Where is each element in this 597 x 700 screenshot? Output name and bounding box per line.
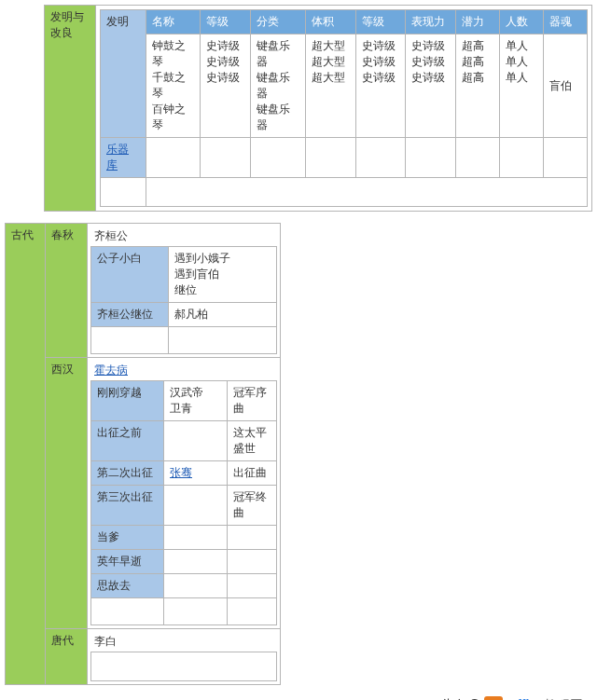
empty (251, 138, 306, 178)
huoqubing-link[interactable]: 霍去病 (94, 364, 128, 377)
xihan-table: 刚刚穿越 汉武帝 卫青 冠军序曲 出征之前 这太平盛世 第二次出征 张骞 出征曲… (90, 380, 277, 625)
jiwei-value: 郝凡柏 (169, 303, 277, 327)
r1-name: 钟鼓之琴 (152, 39, 186, 68)
r3-ex: 史诗级 (411, 71, 445, 84)
col-people: 人数 (500, 10, 544, 34)
xh-r4-c2 (164, 486, 228, 526)
xh-r5-c1: 当爹 (91, 526, 164, 550)
chunqiu-table: 公子小白 遇到小娥子 遇到盲伯 继位 齐桓公继位 郝凡柏 (90, 246, 277, 354)
r3-name: 百钟之琴 (152, 103, 186, 131)
chunqiu-title: 齐桓公 (90, 226, 277, 246)
cell-express: 史诗级 史诗级 史诗级 (406, 34, 456, 138)
col-potential: 潜力 (456, 10, 500, 34)
xh-r3-c1: 第二次出征 (91, 461, 164, 486)
r3-pe: 单人 (506, 71, 528, 84)
empty (201, 138, 251, 178)
r2-g2: 史诗级 (362, 55, 396, 68)
chunqiu-content: 齐桓公 公子小白 遇到小娥子 遇到盲伯 继位 齐桓公继位 郝凡柏 (88, 224, 281, 358)
r1-pot: 超高 (462, 39, 484, 52)
empty-invention-span (146, 178, 587, 207)
cell-cat: 键盘乐器 键盘乐器 键盘乐器 (251, 34, 306, 138)
gudai-label: 古代 (6, 224, 46, 685)
section-label-invention: 发明与改良 (45, 6, 96, 212)
empty-invention-row (101, 178, 146, 207)
xh-r6-c2 (164, 550, 228, 574)
xh-r5-c3 (228, 526, 277, 550)
empty (228, 598, 277, 625)
r3-cat: 键盘乐器 (257, 103, 290, 131)
empty (91, 327, 169, 354)
chunqiu-label: 春秋 (46, 224, 88, 358)
empty (91, 598, 164, 625)
col-soul: 器魂 (543, 10, 587, 34)
r1-vol: 超大型 (312, 39, 345, 52)
empty (91, 652, 277, 681)
empty (543, 138, 587, 178)
empty (456, 138, 500, 178)
r3-pot: 超高 (462, 71, 484, 84)
xh-r2-c2 (164, 421, 228, 461)
tangdai-content: 李白 (88, 629, 281, 685)
xh-r7-c1: 思故去 (91, 574, 164, 598)
xh-r6-c3 (228, 550, 277, 574)
event3: 继位 (174, 283, 197, 296)
cell-vol: 超大型 超大型 超大型 (305, 34, 355, 138)
spacer-col (5, 6, 45, 212)
invention-label: 发明 (101, 10, 146, 138)
r2-cat: 键盘乐器 (257, 71, 290, 100)
r2-grade: 史诗级 (206, 55, 240, 68)
col-volume: 体积 (305, 10, 355, 34)
watermark: 头条@ ▶ Office教程网 www.office26.com (5, 696, 592, 700)
xh-r3-c3: 出征曲 (228, 461, 277, 486)
tangdai-table (90, 652, 277, 681)
col-name: 名称 (146, 10, 201, 34)
xh-r7-c3 (228, 574, 277, 598)
xihan-content: 霍去病 刚刚穿越 汉武帝 卫青 冠军序曲 出征之前 这太平盛世 第二次出征 张骞… (88, 358, 281, 629)
instrument-library-link[interactable]: 乐器库 (106, 143, 129, 172)
r3-vol: 超大型 (312, 71, 345, 84)
xh-r5-c2 (164, 526, 228, 550)
invention-header-row: 发明 名称 等级 分类 体积 等级 表现力 潜力 人数 器魂 钟鼓之琴 千鼓之琴… (100, 9, 588, 207)
r1-pe: 单人 (506, 39, 528, 52)
col-grade: 等级 (201, 10, 251, 34)
gongzi-label: 公子小白 (91, 247, 169, 303)
xh-r1-c1: 刚刚穿越 (91, 381, 164, 421)
empty (355, 138, 406, 178)
cell-pot: 超高 超高 超高 (456, 34, 500, 138)
office-icon: ▶ (484, 696, 503, 700)
r2-pe: 单人 (506, 55, 528, 68)
r1-grade: 史诗级 (206, 39, 240, 52)
r3-g2: 史诗级 (362, 71, 396, 84)
tangdai-title: 李白 (90, 632, 277, 652)
jiwei-label: 齐桓公继位 (91, 303, 169, 327)
r1-cat: 键盘乐器 (257, 39, 290, 68)
r2-soul: 盲伯 (549, 79, 572, 92)
empty (169, 327, 277, 354)
xh-r1-c3: 冠军序曲 (228, 381, 277, 421)
cell-grade2: 史诗级 史诗级 史诗级 (355, 34, 406, 138)
xh-r2-c3: 这太平盛世 (228, 421, 277, 461)
r2-pot: 超高 (462, 55, 484, 68)
xh-r3-c2: 张骞 (164, 461, 228, 486)
ancient-section: 古代 春秋 齐桓公 公子小白 遇到小娥子 遇到盲伯 继位 齐桓公继位 郝凡柏 (5, 223, 281, 685)
instrument-library-link-cell: 乐器库 (101, 138, 146, 178)
xh-r2-c1: 出征之前 (91, 421, 164, 461)
cell-grade: 史诗级 史诗级 史诗级 (201, 34, 251, 138)
empty (500, 138, 544, 178)
xh-r6-c1: 英年早逝 (91, 550, 164, 574)
cell-r1c1: 钟鼓之琴 千鼓之琴 百钟之琴 (146, 34, 201, 138)
tangdai-label: 唐代 (46, 629, 88, 685)
r2-vol: 超大型 (312, 55, 345, 68)
invention-content-cell: 发明 名称 等级 分类 体积 等级 表现力 潜力 人数 器魂 钟鼓之琴 千鼓之琴… (96, 6, 592, 212)
event2: 遇到盲伯 (174, 268, 219, 281)
xh-r7-c2 (164, 574, 228, 598)
empty (146, 138, 201, 178)
xihan-label: 西汉 (46, 358, 88, 629)
xh-r4-c1: 第三次出征 (91, 486, 164, 526)
col-express: 表现力 (406, 10, 456, 34)
r1-ex: 史诗级 (411, 39, 445, 52)
empty (305, 138, 355, 178)
empty (406, 138, 456, 178)
zhangqian-link[interactable]: 张骞 (170, 466, 192, 479)
r2-ex: 史诗级 (411, 55, 445, 68)
